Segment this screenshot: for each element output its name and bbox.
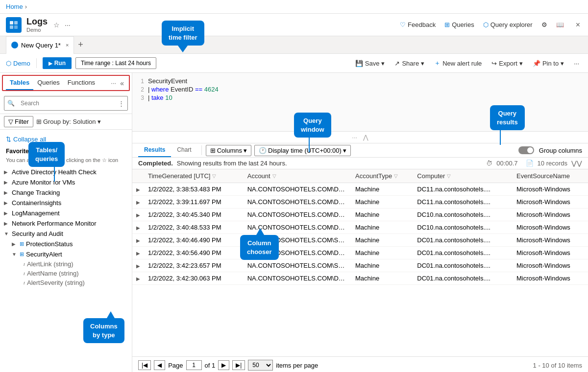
col-header-account: Account ▽ <box>244 169 351 183</box>
search-options-icon[interactable]: ⋮ <box>118 100 124 107</box>
table-row[interactable]: ▶1/2/2022, 3:40:46.490 PMNA.CONTOSOHOTEL… <box>132 234 588 247</box>
sidebar-more-icon[interactable]: ··· <box>109 77 118 89</box>
page-number-input[interactable] <box>186 360 202 370</box>
clock-icon: 🕐 <box>259 147 267 154</box>
item-label: Change Tracking <box>12 189 60 196</box>
pagination-summary: 1 - 10 of 10 items <box>533 362 582 369</box>
table-row[interactable]: ▶1/2/2022, 3:39:11.697 PMNA.CONTOSOHOTEL… <box>132 196 588 209</box>
save-button[interactable]: 💾 Save ▾ <box>352 58 388 69</box>
row-expand[interactable]: ▶ <box>132 247 144 259</box>
favorite-icon[interactable]: ☆ <box>51 19 62 31</box>
table-cell: DC10.na.contosohotels.... <box>413 209 513 221</box>
row-expand[interactable]: ▶ <box>132 272 144 285</box>
new-tab-button[interactable]: + <box>74 40 87 50</box>
display-time-button[interactable]: 🕐 Display time (UTC+00:00) ▾ <box>254 145 351 156</box>
tab-label: New Query 1* <box>21 42 61 49</box>
col-filter-icon[interactable]: ▽ <box>212 173 216 179</box>
share-button[interactable]: ↗ Share ▾ <box>392 58 427 69</box>
list-item[interactable]: ▼ ⊞ SecurityAlert <box>0 249 132 259</box>
tab-bar: New Query 1* × + <box>0 36 588 54</box>
row-expand[interactable]: ▶ <box>132 209 144 221</box>
table-icon: ⊞ <box>20 241 24 247</box>
sidebar-tab-tables[interactable]: Tables <box>6 76 33 90</box>
run-button[interactable]: Run <box>43 57 72 69</box>
sidebar-tab-functions[interactable]: Functions <box>64 76 99 90</box>
search-input[interactable] <box>17 98 116 109</box>
list-item[interactable]: ▶ Change Tracking <box>0 187 132 198</box>
app-subtitle: Demo <box>26 27 48 33</box>
list-item[interactable]: ▶ LogManagement <box>0 208 132 218</box>
list-item[interactable]: ▶ Azure Monitor for VMs <box>0 177 132 187</box>
more-button[interactable]: ··· <box>571 58 582 69</box>
pin-button[interactable]: 📌 Pin to ▾ <box>530 58 567 69</box>
expand-icon[interactable]: ⋁⋁ <box>571 160 582 167</box>
table-cell: DC01.na.contosohotels.... <box>413 234 513 247</box>
table-cell: Machine <box>351 247 413 259</box>
scope-icon: ⬡ <box>6 60 11 67</box>
list-item[interactable]: ▶ ContainerInsights <box>0 198 132 208</box>
col-filter-icon[interactable]: ▽ <box>447 173 451 179</box>
row-expand[interactable]: ▶ <box>132 196 144 209</box>
table-row[interactable]: ▶1/2/2022, 3:40:48.533 PMNA.CONTOSOHOTEL… <box>132 221 588 234</box>
queries-button[interactable]: ⊞ Queries <box>441 19 477 30</box>
group-columns-toggle[interactable] <box>518 146 534 154</box>
book-button[interactable]: 📖 <box>553 19 567 30</box>
page-next-button[interactable]: ▶ <box>218 360 229 370</box>
row-expand[interactable]: ▶ <box>132 221 144 234</box>
sidebar-collapse-icon[interactable]: « <box>118 77 126 89</box>
table-row[interactable]: ▶1/2/2022, 3:40:45.340 PMNA.CONTOSOHOTEL… <box>132 209 588 221</box>
settings-button[interactable]: ⚙ <box>539 19 550 30</box>
table-row[interactable]: ▶1/2/2022, 3:42:23.657 PMNA.CONTOSOHOTEL… <box>132 259 588 272</box>
query-editor[interactable]: 1 SecurityEvent 2 | where EventID == 462… <box>132 73 588 132</box>
list-item[interactable]: 𝑡 AlertLink (string) <box>0 259 132 269</box>
export-button[interactable]: ↪ Export ▾ <box>489 58 526 69</box>
sidebar-search: 🔍 ⋮ <box>0 93 132 114</box>
breadcrumb-home[interactable]: Home <box>6 3 23 10</box>
tab-close-icon[interactable]: × <box>66 42 69 48</box>
columns-button[interactable]: ⊞ Columns ▾ <box>206 145 251 156</box>
right-panel: 1 SecurityEvent 2 | where EventID == 462… <box>132 73 588 372</box>
table-row[interactable]: ▶1/2/2022, 3:42:30.063 PMNA.CONTOSOHOTEL… <box>132 272 588 285</box>
group-by-button[interactable]: ⊞ Group by: Solution ▾ <box>36 118 101 125</box>
col-filter-icon[interactable]: ▽ <box>272 173 276 179</box>
items-per-page-select[interactable]: 50 100 200 <box>248 360 273 371</box>
list-item[interactable]: ▶ Active Directory Health Check <box>0 167 132 177</box>
filter-button[interactable]: ▽ Filter <box>4 116 33 127</box>
list-item[interactable]: 𝑡 AlertSeverity (string) <box>0 278 132 287</box>
new-alert-button[interactable]: ＋ New alert rule <box>431 57 485 70</box>
results-tab-chart[interactable]: Chart <box>171 143 197 157</box>
table-cell: 1/2/2022, 3:42:23.657 PM <box>144 259 244 272</box>
list-item[interactable]: ▶ Network Performance Monitor <box>0 218 132 229</box>
list-item[interactable]: ▶ ⊞ ProtectionStatus <box>0 239 132 249</box>
list-item[interactable]: 𝑡 AlertName (string) <box>0 269 132 278</box>
row-expand[interactable]: ▶ <box>132 234 144 247</box>
results-tab-bar: Results Chart ⊞ Columns ▾ 🕐 Display time… <box>132 143 588 158</box>
page-prev-button[interactable]: ◀ <box>154 360 165 370</box>
feedback-button[interactable]: ♡ Feedback <box>397 19 439 30</box>
search-icon: 🔍 <box>7 100 15 107</box>
queries-icon: ⊞ <box>444 21 450 28</box>
query-explorer-button[interactable]: ⬡ Query explorer <box>480 19 536 30</box>
header-more-icon[interactable]: ··· <box>63 19 73 31</box>
table-row[interactable]: ▶1/2/2022, 3:40:56.490 PMNA.CONTOSOHOTEL… <box>132 247 588 259</box>
editor-line: 3 | take 10 <box>132 93 588 102</box>
toggle-thumb <box>527 147 533 153</box>
collapse-all-button[interactable]: ⇅ Collapse all <box>0 134 132 145</box>
close-icon[interactable]: × <box>574 19 582 31</box>
results-tab-results[interactable]: Results <box>138 143 171 157</box>
time-range-button[interactable]: Time range : Last 24 hours <box>75 57 156 69</box>
col-filter-icon[interactable]: ▽ <box>394 173 398 179</box>
row-expand[interactable]: ▶ <box>132 259 144 272</box>
list-item[interactable]: ▼ Security and Audit <box>0 229 132 239</box>
table-cell: NA.CONTOSOHOTELS.COM\DC... <box>244 247 351 259</box>
expand-icon: ▼ <box>4 231 10 236</box>
page-first-button[interactable]: |◀ <box>138 360 151 370</box>
records-icon: 📄 <box>526 160 534 167</box>
query-tab[interactable]: New Query 1* × <box>6 36 74 54</box>
table-row[interactable]: ▶1/2/2022, 3:38:53.483 PMNA.CONTOSOHOTEL… <box>132 183 588 196</box>
row-expand[interactable]: ▶ <box>132 183 144 196</box>
panel-resize-handle[interactable]: ··· ⋀ <box>132 132 588 143</box>
sidebar-tab-queries[interactable]: Queries <box>33 76 64 90</box>
svg-rect-1 <box>14 21 18 24</box>
page-last-button[interactable]: ▶| <box>232 360 245 370</box>
